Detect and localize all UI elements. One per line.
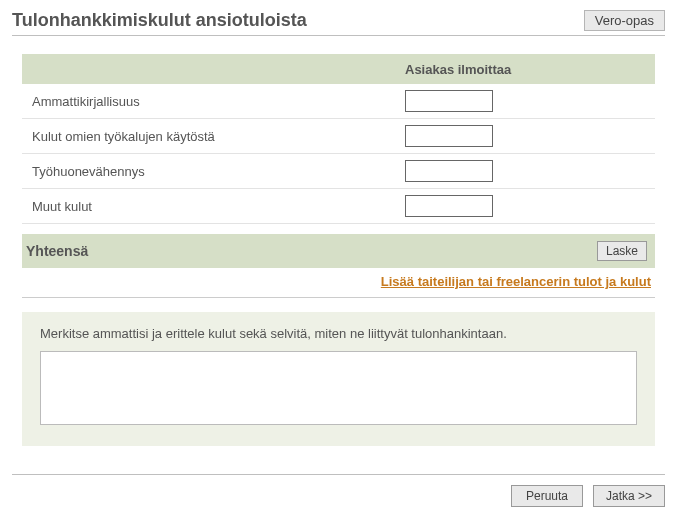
field-row: Kulut omien työkalujen käytöstä (22, 119, 655, 154)
continue-button[interactable]: Jatka >> (593, 485, 665, 507)
field-row: Työhuonevähennys (22, 154, 655, 189)
field-label: Työhuonevähennys (32, 164, 405, 179)
field-input-cell (405, 160, 655, 182)
field-row: Muut kulut (22, 189, 655, 224)
notes-block: Merkitse ammattisi ja erittele kulut sek… (22, 312, 655, 446)
field-input-cell (405, 195, 655, 217)
field-input-tyohuone[interactable] (405, 160, 493, 182)
add-link-row: Lisää taiteilijan tai freelancerin tulot… (22, 272, 655, 297)
calculate-button[interactable]: Laske (597, 241, 647, 261)
header-row: Tulonhankkimiskulut ansiotuloista Vero-o… (12, 10, 665, 36)
expense-form: Asiakas ilmoittaa Ammattikirjallisuus Ku… (22, 54, 655, 298)
footer-row: Peruuta Jatka >> (12, 474, 665, 507)
notes-label: Merkitse ammattisi ja erittele kulut sek… (40, 326, 637, 341)
total-label: Yhteensä (26, 243, 597, 259)
field-input-ammattikirjallisuus[interactable] (405, 90, 493, 112)
field-input-tyokalut[interactable] (405, 125, 493, 147)
field-input-cell (405, 125, 655, 147)
notes-textarea[interactable] (40, 351, 637, 425)
column-header-row: Asiakas ilmoittaa (22, 54, 655, 84)
column-header-input: Asiakas ilmoittaa (405, 62, 655, 77)
field-input-cell (405, 90, 655, 112)
field-label: Kulut omien työkalujen käytöstä (32, 129, 405, 144)
field-input-muut[interactable] (405, 195, 493, 217)
total-row: Yhteensä Laske (22, 234, 655, 268)
field-label: Ammattikirjallisuus (32, 94, 405, 109)
guide-button[interactable]: Vero-opas (584, 10, 665, 31)
page-title: Tulonhankkimiskulut ansiotuloista (12, 10, 307, 31)
field-label: Muut kulut (32, 199, 405, 214)
add-freelancer-link[interactable]: Lisää taiteilijan tai freelancerin tulot… (381, 274, 651, 289)
cancel-button[interactable]: Peruuta (511, 485, 583, 507)
field-row: Ammattikirjallisuus (22, 84, 655, 119)
